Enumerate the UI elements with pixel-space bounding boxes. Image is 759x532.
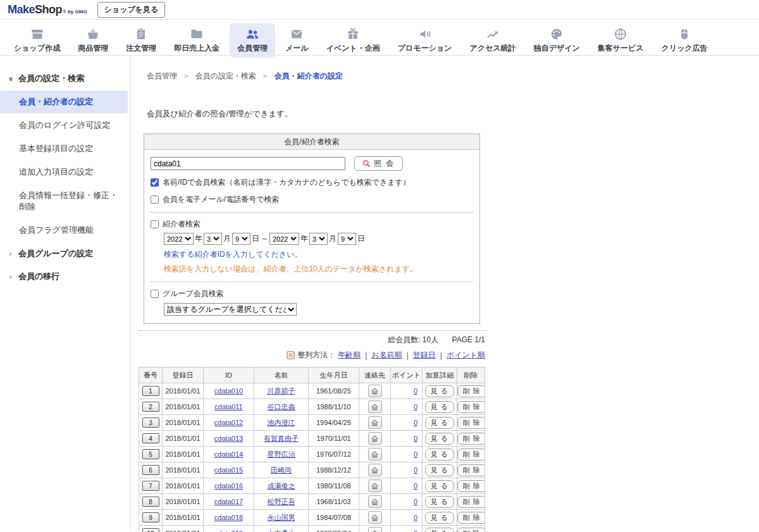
delete-button[interactable]: 削 除: [457, 385, 485, 397]
sidebar-item-additional-fields[interactable]: 追加入力項目の設定: [0, 161, 128, 183]
row-number-button[interactable]: 3: [142, 418, 159, 428]
breadcrumb-member-management[interactable]: 会員管理: [147, 71, 177, 80]
group-member-search-checkbox[interactable]: [151, 290, 159, 298]
member-id-link[interactable]: cdata016: [214, 482, 243, 490]
member-name-link[interactable]: 山本勇人: [268, 529, 295, 532]
delete-button[interactable]: 削 除: [457, 496, 485, 508]
view-details-button[interactable]: 見 る: [425, 433, 454, 445]
row-number-button[interactable]: 4: [142, 433, 159, 443]
sidebar-item-bulk-register[interactable]: 会員情報一括登録・修正・削除: [0, 184, 128, 218]
nav-item-stats[interactable]: アクセス統計: [462, 23, 524, 58]
view-details-button[interactable]: 見 る: [425, 401, 454, 413]
sidebar-item-basic-registration[interactable]: 基本登録項目の設定: [0, 137, 128, 160]
view-details-button[interactable]: 見 る: [425, 480, 454, 492]
delete-button[interactable]: 削 除: [457, 433, 485, 445]
points-link[interactable]: 0: [414, 435, 417, 442]
member-name-link[interactable]: 有賀真由子: [264, 435, 299, 442]
sidebar-group-member-groups[interactable]: › 会員グループの設定: [0, 242, 130, 265]
to-year-select[interactable]: 2022: [269, 233, 299, 245]
view-details-button[interactable]: 見 る: [425, 464, 454, 476]
member-name-link[interactable]: 川原節子: [268, 387, 295, 395]
delete-button[interactable]: 削 除: [457, 512, 485, 524]
points-link[interactable]: 0: [414, 450, 417, 458]
contact-button[interactable]: [368, 495, 382, 508]
member-id-link[interactable]: cdata012: [214, 419, 243, 426]
sidebar-group-member-settings[interactable]: ∨ 会員の設定・検索: [0, 67, 130, 90]
name-id-search-checkbox[interactable]: [151, 178, 159, 187]
points-link[interactable]: 0: [414, 529, 417, 532]
row-number-button[interactable]: 8: [142, 497, 159, 507]
sidebar-item-member-flags[interactable]: 会員フラグ管理機能: [0, 219, 128, 242]
contact-button[interactable]: [368, 400, 382, 413]
points-link[interactable]: 0: [414, 419, 417, 426]
nav-item-deposit[interactable]: 即日売上入金: [166, 23, 227, 58]
row-number-button[interactable]: 5: [142, 449, 159, 459]
contact-button[interactable]: [368, 432, 382, 445]
delete-button[interactable]: 削 除: [457, 480, 485, 492]
member-id-link[interactable]: cdata019: [214, 529, 243, 532]
points-link[interactable]: 0: [414, 387, 417, 395]
member-name-link[interactable]: 谷口忠義: [268, 403, 295, 411]
member-id-link[interactable]: cdata014: [214, 450, 243, 458]
to-day-select[interactable]: 9: [338, 233, 356, 245]
contact-button[interactable]: [368, 448, 382, 461]
breadcrumb-member-settings-search[interactable]: 会員の設定・検索: [195, 71, 256, 80]
sidebar-item-login-permission[interactable]: 会員のログイン許可設定: [0, 114, 128, 137]
nav-item-promotion[interactable]: プロモーション: [390, 23, 460, 58]
member-name-link[interactable]: 松野正吾: [268, 498, 295, 505]
delete-button[interactable]: 削 除: [457, 401, 485, 413]
view-details-button[interactable]: 見 る: [425, 496, 454, 508]
points-link[interactable]: 0: [414, 466, 417, 474]
contact-button[interactable]: [368, 527, 382, 532]
row-number-button[interactable]: 1: [142, 386, 159, 396]
from-day-select[interactable]: 9: [232, 233, 250, 245]
nav-item-shop-create[interactable]: ショップ作成: [6, 23, 68, 58]
nav-item-click-ads[interactable]: クリック広告: [654, 23, 715, 58]
to-month-select[interactable]: 3: [309, 233, 328, 245]
member-id-link[interactable]: cdata015: [214, 466, 243, 474]
row-number-button[interactable]: 6: [142, 465, 159, 475]
view-details-button[interactable]: 見 る: [425, 385, 454, 397]
sort-by-registration-link[interactable]: 登録日: [413, 350, 436, 361]
sort-by-points-link[interactable]: ポイント順: [447, 350, 485, 361]
from-month-select[interactable]: 3: [204, 233, 222, 245]
nav-item-events[interactable]: イベント・企画: [319, 23, 388, 58]
member-id-link[interactable]: cdata017: [214, 498, 243, 505]
group-select[interactable]: 該当するグループを選択してください。: [164, 303, 297, 316]
delete-button[interactable]: 削 除: [457, 448, 485, 461]
email-phone-search-checkbox[interactable]: [151, 195, 159, 204]
points-link[interactable]: 0: [414, 498, 417, 505]
delete-button[interactable]: 削 除: [457, 417, 485, 429]
member-name-link[interactable]: 永山国男: [268, 514, 295, 521]
points-link[interactable]: 0: [414, 482, 417, 490]
nav-item-mail[interactable]: メール: [278, 23, 316, 58]
points-link[interactable]: 0: [414, 514, 417, 521]
member-id-link[interactable]: cdata018: [214, 514, 243, 521]
view-details-button[interactable]: 見 る: [425, 417, 454, 429]
view-details-button[interactable]: 見 る: [425, 512, 454, 524]
contact-button[interactable]: [368, 464, 382, 476]
makeshop-logo[interactable]: MakeShop®by GMO: [8, 3, 87, 16]
contact-button[interactable]: [368, 416, 382, 429]
sidebar-item-member-referrer-settings[interactable]: 会員・紹介者の設定: [0, 90, 128, 113]
inquiry-button[interactable]: 照 会: [354, 156, 403, 171]
sort-by-name-link[interactable]: お名前順: [371, 350, 402, 361]
points-link[interactable]: 0: [414, 403, 417, 411]
row-number-button[interactable]: 7: [142, 481, 159, 491]
nav-item-products[interactable]: 商品管理: [70, 23, 116, 58]
view-shop-button[interactable]: ショップを見る: [97, 2, 166, 18]
view-details-button[interactable]: 見 る: [425, 448, 454, 461]
member-name-link[interactable]: 池内澄江: [268, 419, 295, 426]
contact-button[interactable]: [368, 511, 382, 524]
nav-item-orders[interactable]: 注文管理: [118, 23, 164, 58]
row-number-button[interactable]: 9: [142, 512, 159, 523]
member-id-link[interactable]: cdata010: [214, 387, 243, 395]
delete-button[interactable]: 削 除: [457, 464, 485, 476]
member-id-link[interactable]: cdata013: [214, 435, 243, 442]
nav-item-traffic[interactable]: 集客サービス: [590, 23, 651, 58]
sort-by-age-link[interactable]: 年齢順: [338, 350, 361, 361]
contact-button[interactable]: [368, 479, 382, 492]
member-name-link[interactable]: 成瀬俊之: [268, 482, 295, 490]
member-name-link[interactable]: 星野広治: [268, 450, 295, 458]
delete-button[interactable]: 削 除: [457, 528, 485, 532]
